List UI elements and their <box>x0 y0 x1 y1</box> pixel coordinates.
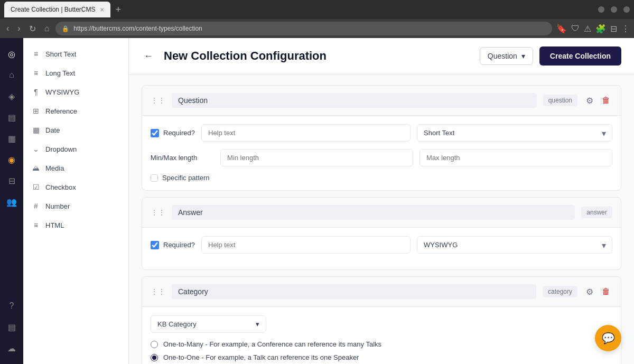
sidebar-icon-integrations[interactable]: ◉ <box>2 150 21 169</box>
answer-card-header: ⋮⋮ answer <box>142 198 621 228</box>
content-area: ⋮⋮ question ⚙ 🗑 Required? <box>129 74 634 364</box>
bookmark-button[interactable]: 🔖 <box>556 24 567 34</box>
drag-handle-icon[interactable]: ⋮⋮ <box>151 208 165 217</box>
category-settings-button[interactable]: ⚙ <box>584 285 595 299</box>
sidebar-item-short-text[interactable]: ≡ Short Text <box>23 44 128 63</box>
question-delete-button[interactable]: 🗑 <box>600 94 612 108</box>
back-nav-button[interactable]: ‹ <box>4 23 11 34</box>
sidebar-icon-pages[interactable]: ▤ <box>2 108 21 127</box>
question-type-select[interactable]: Short Text Long Text WYSIWYG Reference D… <box>417 124 612 142</box>
answer-required-checkbox[interactable] <box>151 241 159 249</box>
wysiwyg-icon: ¶ <box>32 88 40 96</box>
category-name-input[interactable] <box>172 284 536 299</box>
category-card-actions: ⚙ 🗑 <box>584 285 612 299</box>
question-name-input[interactable] <box>172 93 537 108</box>
html-icon: ≡ <box>32 221 40 229</box>
active-tab[interactable]: Create Collection | ButterCMS ✕ <box>4 2 110 17</box>
sidebar-item-label: Short Text <box>45 50 76 58</box>
sidebar-item-dropdown[interactable]: ⌄ Dropdown <box>23 139 128 158</box>
sidebar-item-media[interactable]: ⛰ Media <box>23 158 128 178</box>
lock-icon: 🔒 <box>62 25 69 32</box>
question-pattern-row: Specific pattern <box>151 174 612 182</box>
back-button[interactable]: ← <box>142 49 155 64</box>
one-to-one-radio[interactable] <box>151 354 158 361</box>
answer-name-input[interactable] <box>172 205 575 220</box>
sidebar-icon-images[interactable]: ⊟ <box>2 171 21 190</box>
category-card-header: ⋮⋮ category ⚙ 🗑 <box>142 277 621 307</box>
sidebar-icon-api[interactable]: ☁ <box>2 339 21 358</box>
sidebar-item-label: Number <box>45 202 70 210</box>
page-title: New Collection Configuration <box>164 49 471 63</box>
question-max-input[interactable] <box>419 149 612 166</box>
category-delete-button[interactable]: 🗑 <box>600 285 612 299</box>
type-dropdown[interactable]: Question ▾ <box>480 47 533 65</box>
answer-type-select[interactable]: Short Text Long Text WYSIWYG Reference D… <box>417 236 612 254</box>
answer-key-badge: answer <box>581 207 612 218</box>
answer-type-select-wrap: Short Text Long Text WYSIWYG Reference D… <box>417 236 612 254</box>
question-required-label: Required? <box>163 129 195 137</box>
answer-required-wrap: Required? <box>151 241 195 249</box>
forward-nav-button[interactable]: › <box>15 23 22 34</box>
new-tab-button[interactable]: + <box>113 4 125 15</box>
sidebar-item-reference[interactable]: ⊞ Reference <box>23 101 128 120</box>
answer-required-row: Required? Short Text Long Text WYSIWYG R… <box>151 236 612 254</box>
split-view-button[interactable]: ⊟ <box>610 24 617 34</box>
reference-icon: ⊞ <box>32 107 40 115</box>
sidebar-item-label: Checkbox <box>45 183 76 191</box>
media-icon: ⛰ <box>32 164 40 172</box>
date-icon: ▦ <box>32 126 40 134</box>
page-header: ← New Collection Configuration Question … <box>129 38 634 74</box>
menu-button[interactable]: ⋮ <box>621 24 630 34</box>
question-required-checkbox[interactable] <box>151 129 159 137</box>
sidebar-icon-content[interactable]: ◈ <box>2 87 21 106</box>
close-button[interactable]: ✕ <box>623 6 630 13</box>
kb-category-label: KB Category <box>157 320 197 328</box>
question-help-input[interactable] <box>201 124 411 142</box>
refresh-button[interactable]: ↻ <box>27 23 38 35</box>
sidebar-item-number[interactable]: # Number <box>23 197 128 216</box>
sidebar-item-wysiwyg[interactable]: ¶ WYSIWYG <box>23 82 128 101</box>
drag-handle-icon[interactable]: ⋮⋮ <box>151 287 165 296</box>
category-field-card: ⋮⋮ category ⚙ 🗑 KB Category ▾ <box>142 276 621 364</box>
question-field-card: ⋮⋮ question ⚙ 🗑 Required? <box>142 85 621 191</box>
long-text-icon: ≡ <box>32 69 40 77</box>
question-pattern-checkbox[interactable] <box>151 174 158 182</box>
one-to-many-option: One-to-Many - For example, a Conference … <box>151 340 612 348</box>
kb-category-select[interactable]: KB Category ▾ <box>151 315 266 333</box>
short-text-icon: ≡ <box>32 50 40 58</box>
sidebar-icon-logo[interactable]: ◎ <box>2 44 21 63</box>
extensions-button[interactable]: 🧩 <box>595 24 606 34</box>
question-card-header: ⋮⋮ question ⚙ 🗑 <box>142 86 621 116</box>
question-pattern-label: Specific pattern <box>162 174 210 182</box>
icon-sidebar: ◎ ⌂ ◈ ▤ ▦ ◉ ⊟ 👥 ? ▤ ☁ <box>0 38 23 364</box>
sidebar-item-html[interactable]: ≡ HTML <box>23 216 128 235</box>
sidebar-icon-help[interactable]: ? <box>2 296 21 315</box>
extension-btn-2[interactable]: ⚠ <box>584 24 591 34</box>
kb-chevron-icon: ▾ <box>256 320 259 328</box>
create-collection-button[interactable]: Create Collection <box>539 46 621 66</box>
sidebar-item-label: Reference <box>45 107 77 115</box>
minimize-button[interactable]: ─ <box>598 6 604 13</box>
chat-bubble[interactable]: 💬 <box>595 325 621 351</box>
home-button[interactable]: ⌂ <box>42 23 52 34</box>
question-min-input[interactable] <box>220 149 413 166</box>
sidebar-item-date[interactable]: ▦ Date <box>23 120 128 139</box>
sidebar-icon-users[interactable]: 👥 <box>2 192 21 211</box>
question-settings-button[interactable]: ⚙ <box>584 94 595 108</box>
sidebar-item-long-text[interactable]: ≡ Long Text <box>23 63 128 82</box>
one-to-many-radio[interactable] <box>151 341 158 348</box>
answer-help-input[interactable] <box>201 236 411 254</box>
sidebar-item-label: WYSIWYG <box>45 88 79 96</box>
drag-handle-icon[interactable]: ⋮⋮ <box>151 96 165 105</box>
extension-btn-1[interactable]: 🛡 <box>571 24 580 34</box>
question-card-actions: ⚙ 🗑 <box>584 94 612 108</box>
sidebar-icon-settings[interactable]: ▤ <box>2 318 21 337</box>
maximize-button[interactable]: □ <box>611 6 617 13</box>
app-layout: ◎ ⌂ ◈ ▤ ▦ ◉ ⊟ 👥 ? ▤ ☁ ≡ Short Text ≡ Lon… <box>0 38 634 364</box>
tab-close-icon[interactable]: ✕ <box>100 7 104 13</box>
sidebar-icon-media[interactable]: ▦ <box>2 129 21 148</box>
field-type-sidebar: ≡ Short Text ≡ Long Text ¶ WYSIWYG ⊞ Ref… <box>23 38 129 364</box>
sidebar-icon-home[interactable]: ⌂ <box>2 66 21 85</box>
sidebar-item-checkbox[interactable]: ☑ Checkbox <box>23 178 128 197</box>
address-bar[interactable]: 🔒 https://buttercms.com/content-types/co… <box>55 22 552 35</box>
